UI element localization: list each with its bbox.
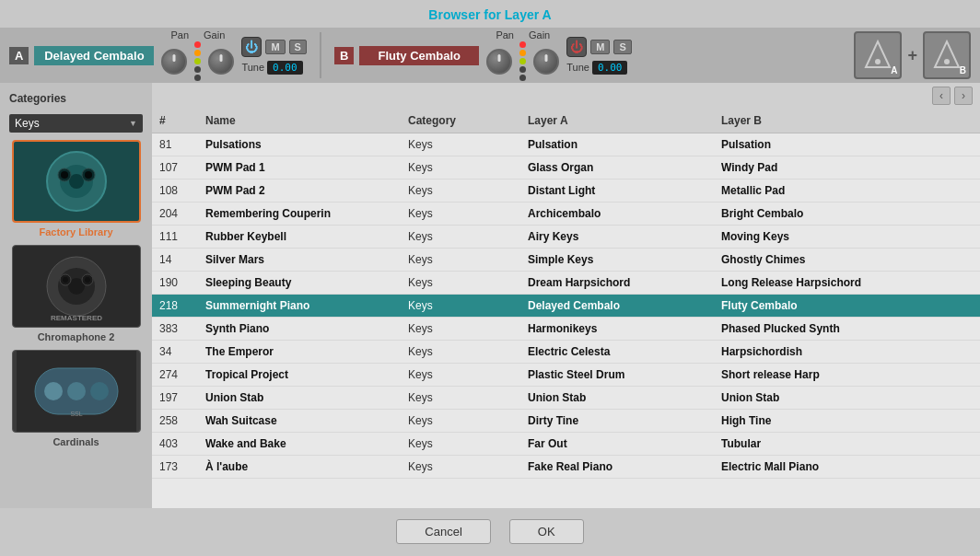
row-name: PWM Pad 1: [198, 156, 401, 179]
category-select[interactable]: Keys Strings Pads Percussion: [9, 114, 143, 133]
row-layerb: Windy Pad: [714, 156, 980, 179]
cardinals-visual: SSL: [17, 350, 136, 433]
library-item-cardinals[interactable]: SSL Cardinals: [9, 350, 143, 447]
row-name: Wah Suitcase: [198, 410, 401, 432]
row-layera: Fake Real Piano: [520, 456, 714, 478]
row-num: 173: [152, 456, 198, 478]
layer-b-s-btn[interactable]: S: [613, 40, 631, 54]
layer-b-controls: ⏻ M S Tune 0.00: [566, 37, 632, 75]
table-row[interactable]: 197 Union Stab Keys Union Stab Union Sta…: [152, 387, 980, 410]
row-category: Keys: [401, 364, 520, 386]
row-layera: Harmonikeys: [520, 318, 714, 340]
led-g2-a: [194, 75, 201, 81]
row-category: Keys: [401, 387, 520, 409]
layer-b-pan-gain: Pan Gain: [486, 29, 559, 81]
row-category: Keys: [401, 133, 520, 156]
nav-next-btn[interactable]: ›: [954, 87, 973, 105]
main-content: Categories Keys Strings Pads Percussion: [0, 83, 980, 508]
layer-b-gain-label: Gain: [529, 29, 550, 41]
table-row[interactable]: 258 Wah Suitcase Keys Dirty Tine High Ti…: [152, 410, 980, 433]
table-row[interactable]: 34 The Emperor Keys Electric Celesta Har…: [152, 341, 980, 364]
nav-prev-btn[interactable]: ‹: [932, 87, 951, 105]
table-row[interactable]: 81 Pulsations Keys Pulsation Pulsation: [152, 133, 980, 156]
svg-point-13: [61, 171, 68, 179]
sidebar: Categories Keys Strings Pads Percussion: [0, 83, 152, 508]
row-num: 204: [152, 203, 198, 225]
table-row[interactable]: 14 Silver Mars Keys Simple Keys Ghostly …: [152, 249, 980, 272]
ok-button[interactable]: OK: [509, 519, 584, 544]
row-layerb: Ghostly Chimes: [714, 249, 980, 271]
preset-icon-a[interactable]: A: [854, 31, 902, 79]
table-row[interactable]: 383 Synth Piano Keys Harmonikeys Phased …: [152, 318, 980, 341]
table-row[interactable]: 111 Rubber Keybell Keys Airy Keys Moving…: [152, 226, 980, 249]
layer-b-power-btn[interactable]: ⏻: [566, 37, 587, 57]
layer-b-pan-label: Pan: [496, 29, 514, 41]
row-name: Wake and Bake: [198, 433, 401, 455]
svg-point-6: [944, 59, 950, 64]
layer-b-name: Fluty Cembalo: [359, 46, 479, 65]
preset-icon-b[interactable]: B: [923, 31, 971, 79]
row-layerb: Pulsation: [714, 133, 980, 156]
row-category: Keys: [401, 456, 520, 478]
table-body: 81 Pulsations Keys Pulsation Pulsation 1…: [152, 133, 980, 508]
layer-a-tune-value: 0.00: [267, 61, 303, 75]
table-row[interactable]: 107 PWM Pad 1 Keys Glass Organ Windy Pad: [152, 156, 980, 180]
row-layerb: Short release Harp: [714, 364, 980, 386]
led-g1-b: [519, 66, 526, 73]
layer-a-power-btn[interactable]: ⏻: [241, 37, 262, 57]
layer-a-pan-knob[interactable]: [161, 49, 187, 75]
library-item-chromaphone[interactable]: REMASTERED Chromaphone 2: [9, 245, 143, 342]
svg-point-28: [67, 382, 86, 400]
row-layerb: Long Release Harpsichord: [714, 272, 980, 294]
table-row[interactable]: 173 À l'aube Keys Fake Real Piano Electr…: [152, 456, 980, 479]
table-row[interactable]: 190 Sleeping Beauty Keys Dream Harpsicho…: [152, 272, 980, 295]
layer-b-gain-knob[interactable]: [533, 49, 559, 75]
layer-b-pan-knob[interactable]: [486, 49, 512, 75]
categories-label: Categories: [9, 92, 143, 105]
svg-text:SSL: SSL: [70, 411, 82, 417]
th-layera: Layer A: [520, 112, 714, 129]
row-layera: Delayed Cembalo: [520, 295, 714, 317]
th-name: Name: [198, 112, 401, 129]
row-category: Keys: [401, 226, 520, 248]
table-row[interactable]: 218 Summernight Piano Keys Delayed Cemba…: [152, 295, 980, 318]
category-select-wrapper[interactable]: Keys Strings Pads Percussion: [9, 114, 143, 133]
row-layerb: Harpsichordish: [714, 341, 980, 363]
svg-point-29: [90, 382, 109, 400]
layer-b-m-btn[interactable]: M: [590, 40, 610, 54]
row-layera: Pulsation: [520, 133, 714, 156]
layer-a-pan-label: Pan: [170, 29, 189, 41]
svg-point-27: [44, 382, 63, 400]
row-name: Union Stab: [198, 387, 401, 409]
row-name: PWM Pad 2: [198, 180, 401, 202]
row-category: Keys: [401, 341, 520, 363]
row-num: 274: [152, 364, 198, 386]
table-row[interactable]: 108 PWM Pad 2 Keys Distant Light Metalli…: [152, 180, 980, 203]
row-category: Keys: [401, 249, 520, 271]
led-g1-a: [194, 66, 201, 73]
table-row[interactable]: 403 Wake and Bake Keys Far Out Tubular: [152, 433, 980, 456]
row-category: Keys: [401, 180, 520, 202]
layer-b-label: B: [334, 47, 354, 64]
cancel-button[interactable]: Cancel: [396, 519, 490, 544]
row-num: 218: [152, 295, 198, 317]
title-bar: Browser for Layer A: [0, 0, 980, 28]
led-orange-b: [519, 50, 526, 56]
layer-b-tune: Tune 0.00: [566, 61, 632, 75]
row-name: Tropical Project: [198, 364, 401, 386]
layer-a-gain-knob[interactable]: [208, 49, 234, 75]
row-category: Keys: [401, 318, 520, 340]
library-item-factory[interactable]: Factory Library: [9, 140, 143, 237]
layer-a-s-btn[interactable]: S: [289, 40, 307, 54]
row-layerb: High Tine: [714, 410, 980, 432]
table-header: # Name Category Layer A Layer B: [152, 109, 980, 133]
table-row[interactable]: 274 Tropical Project Keys Plastic Steel …: [152, 364, 980, 387]
row-category: Keys: [401, 156, 520, 179]
row-num: 190: [152, 272, 198, 294]
layer-a-m-btn[interactable]: M: [265, 40, 285, 54]
bottom-bar: Cancel OK: [0, 508, 980, 554]
plus-icon: +: [907, 46, 917, 65]
factory-visual: [17, 140, 136, 223]
row-layera: Archicembalo: [520, 203, 714, 225]
table-row[interactable]: 204 Remembering Couperin Keys Archicemba…: [152, 203, 980, 226]
